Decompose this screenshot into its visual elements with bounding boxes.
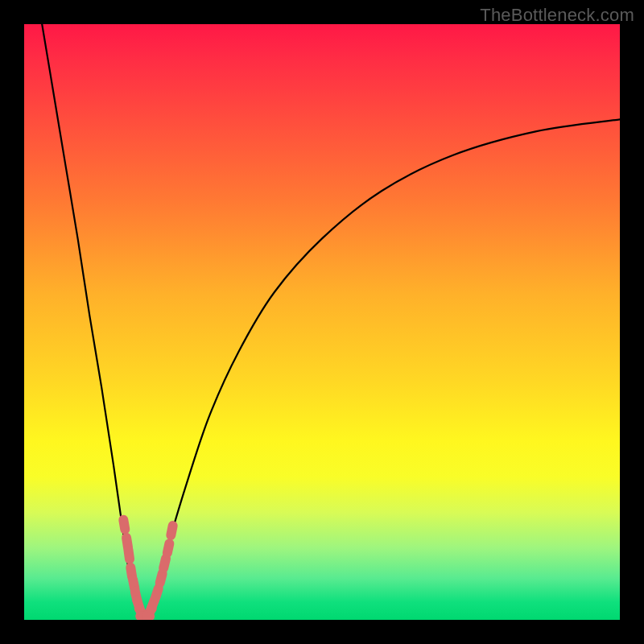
watermark-text: TheBottleneck.com <box>480 5 634 26</box>
chart-frame: TheBottleneck.com <box>0 0 644 644</box>
sample-marker <box>165 520 178 541</box>
curves-svg <box>24 24 620 620</box>
sample-marker <box>118 514 130 535</box>
bottleneck-curve-right_branch <box>143 119 620 620</box>
sample-marker <box>162 538 175 559</box>
sample-marker <box>123 544 135 564</box>
plot-area <box>24 24 620 620</box>
